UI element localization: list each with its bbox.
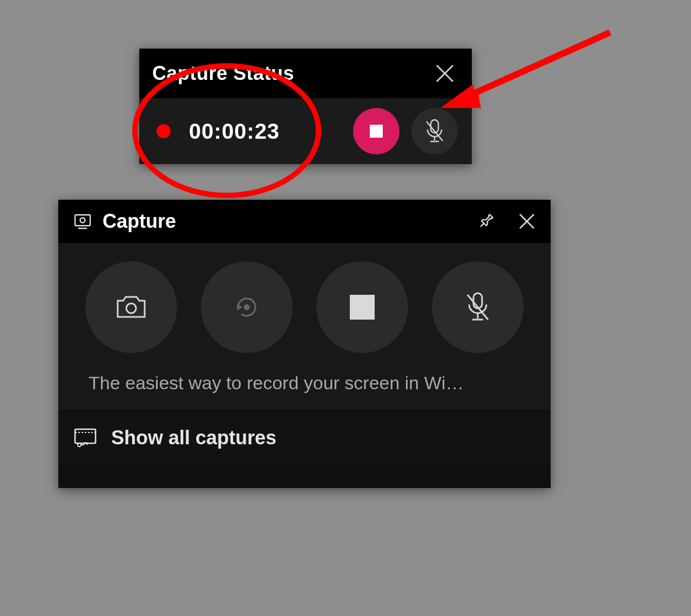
mic-muted-icon	[464, 292, 491, 323]
mic-muted-icon	[424, 119, 445, 144]
close-button[interactable]	[512, 206, 542, 236]
microphone-toggle-button[interactable]	[411, 108, 458, 154]
pin-button[interactable]	[471, 206, 501, 236]
svg-rect-19	[75, 429, 96, 443]
stop-recording-button[interactable]	[353, 108, 399, 154]
record-last-icon	[232, 292, 262, 322]
capture-title: Capture	[103, 210, 460, 233]
close-icon	[518, 212, 536, 231]
svg-rect-6	[75, 215, 90, 226]
svg-point-7	[80, 218, 85, 223]
svg-point-14	[244, 304, 250, 310]
svg-marker-13	[237, 304, 242, 310]
stop-recording-button[interactable]	[316, 261, 408, 353]
capture-hint-text: The easiest way to record your screen in…	[83, 369, 526, 407]
capture-status-body: 00:00:23	[139, 98, 472, 164]
svg-line-9	[480, 224, 484, 227]
svg-point-12	[126, 303, 136, 313]
microphone-toggle-button[interactable]	[432, 261, 524, 353]
stop-icon	[370, 125, 383, 138]
camera-icon	[116, 294, 147, 320]
capture-status-title: Capture Status	[152, 62, 294, 85]
show-all-captures-label: Show all captures	[111, 427, 276, 449]
svg-point-21	[78, 443, 81, 446]
pin-icon	[476, 212, 496, 231]
recording-indicator-icon	[157, 124, 171, 138]
capture-status-header: Capture Status	[139, 49, 472, 98]
recording-timer: 00:00:23	[189, 119, 280, 144]
capture-header: Capture	[58, 200, 551, 243]
capture-actions-row	[83, 259, 526, 369]
capture-panel: Capture	[58, 200, 551, 488]
record-last-button[interactable]	[201, 261, 293, 353]
capture-body: The easiest way to record your screen in…	[58, 243, 551, 411]
svg-line-22	[453, 32, 610, 103]
close-button[interactable]	[429, 57, 461, 90]
capture-status-panel: Capture Status 00:00:23	[139, 49, 472, 164]
show-all-captures-button[interactable]: Show all captures	[58, 411, 551, 464]
stop-icon	[350, 295, 375, 320]
gallery-icon	[73, 428, 97, 448]
close-icon	[435, 63, 455, 84]
screenshot-button[interactable]	[85, 261, 177, 353]
capture-monitor-icon	[73, 212, 92, 231]
